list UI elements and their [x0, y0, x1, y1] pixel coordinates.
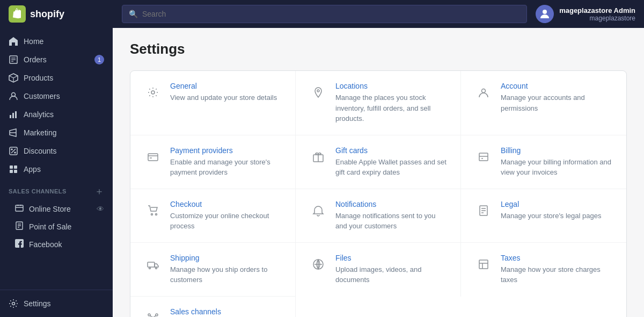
- content-area: Settings General View and update your st…: [113, 28, 644, 317]
- eye-icon[interactable]: 👁: [97, 205, 104, 213]
- account-desc: Manage your accounts and permissions: [501, 93, 585, 112]
- svg-rect-9: [10, 115, 11, 118]
- svg-point-58: [156, 314, 158, 316]
- svg-rect-10: [12, 113, 14, 118]
- sidebar-label-settings: Settings: [24, 299, 51, 308]
- sales-channels-section-header: SALES CHANNELS ＋: [0, 178, 113, 200]
- payment-icon: [143, 147, 163, 167]
- analytics-icon: [9, 110, 18, 119]
- svg-rect-24: [20, 205, 21, 206]
- sidebar-item-facebook[interactable]: Facebook: [0, 235, 113, 253]
- main-layout: Home Orders 1 Products Customers Analy: [0, 28, 644, 317]
- account-content: Account Manage your accounts and permiss…: [501, 82, 613, 113]
- setting-taxes: Taxes Manage how your store charges taxe…: [461, 243, 626, 297]
- billing-content: Billing Manage your billing information …: [501, 146, 613, 178]
- sales-channels-icon: [143, 308, 163, 318]
- files-icon: [309, 255, 328, 274]
- online-store-icon: [15, 204, 24, 214]
- taxes-title[interactable]: Taxes: [501, 254, 613, 262]
- legal-desc: Manage your store's legal pages: [501, 212, 601, 220]
- shipping-desc: Manage how you ship orders to customers: [170, 265, 267, 284]
- setting-legal: Legal Manage your store's legal pages: [461, 189, 626, 243]
- setting-gift-cards: Gift cards Enable Apple Wallet passes an…: [296, 135, 461, 189]
- general-desc: View and update your store details: [170, 93, 277, 102]
- user-store: mageplazastore: [559, 15, 635, 22]
- svg-point-48: [149, 267, 151, 269]
- files-content: Files Upload images, videos, and documen…: [335, 254, 448, 285]
- search-bar[interactable]: 🔍: [122, 5, 527, 23]
- sidebar-label-home: Home: [24, 37, 43, 46]
- legal-icon: [474, 201, 493, 220]
- sales-channels-content: Sales channels Manage the channels you u…: [170, 307, 282, 318]
- sidebar-item-apps[interactable]: Apps: [0, 160, 113, 178]
- sidebar-label-point-of-sale: Point of Sale: [29, 222, 71, 231]
- sidebar-item-orders[interactable]: Orders 1: [0, 51, 113, 69]
- gift-cards-desc: Enable Apple Wallet passes and set gift …: [335, 158, 447, 177]
- sidebar-item-customers[interactable]: Customers: [0, 87, 113, 105]
- setting-general: General View and update your store detai…: [130, 71, 296, 135]
- checkout-title[interactable]: Checkout: [170, 200, 282, 208]
- files-title[interactable]: Files: [335, 254, 448, 262]
- svg-rect-38: [479, 153, 488, 161]
- gift-cards-title[interactable]: Gift cards: [335, 146, 448, 155]
- sidebar-item-online-store[interactable]: Online Store 👁: [0, 200, 113, 218]
- notifications-title[interactable]: Notifications: [335, 200, 448, 208]
- svg-rect-33: [148, 154, 158, 161]
- billing-title[interactable]: Billing: [501, 146, 613, 155]
- setting-sales-channels: Sales channels Manage the channels you u…: [130, 297, 296, 318]
- account-icon: [474, 83, 493, 102]
- search-input[interactable]: [142, 10, 520, 18]
- shipping-title[interactable]: Shipping: [170, 254, 282, 262]
- notifications-content: Notifications Manage notifications sent …: [335, 200, 448, 232]
- svg-rect-21: [16, 205, 23, 211]
- sidebar-label-marketing: Marketing: [24, 128, 56, 137]
- payment-title[interactable]: Payment providers: [170, 146, 282, 155]
- sidebar-item-discounts[interactable]: Discounts: [0, 142, 113, 160]
- setting-files: Files Upload images, videos, and documen…: [296, 243, 461, 297]
- svg-rect-53: [479, 260, 488, 269]
- setting-billing: Billing Manage your billing information …: [461, 135, 626, 189]
- home-icon: [9, 37, 18, 46]
- add-sales-channel-icon[interactable]: ＋: [94, 185, 104, 198]
- sidebar-item-analytics[interactable]: Analytics: [0, 105, 113, 124]
- account-title[interactable]: Account: [501, 82, 613, 90]
- setting-payment-providers: Payment providers Enable and manage your…: [130, 135, 296, 189]
- general-title[interactable]: General: [170, 82, 282, 90]
- billing-desc: Manage your billing information and view…: [501, 158, 611, 177]
- sidebar-item-settings[interactable]: Settings: [0, 294, 113, 313]
- setting-locations: Locations Manage the places you stock in…: [296, 71, 461, 135]
- shopify-logo-icon: [9, 5, 26, 23]
- general-icon: [143, 83, 163, 102]
- gift-cards-content: Gift cards Enable Apple Wallet passes an…: [335, 146, 448, 178]
- user-area: mageplazastore Admin mageplazastore: [536, 5, 635, 23]
- avatar: [536, 5, 554, 23]
- payment-content: Payment providers Enable and manage your…: [170, 146, 282, 178]
- gift-card-icon: [309, 147, 328, 167]
- shipping-icon: [143, 255, 163, 274]
- sales-channels-setting-title[interactable]: Sales channels: [170, 307, 282, 316]
- sales-channels-label: SALES CHANNELS: [9, 188, 67, 194]
- legal-title[interactable]: Legal: [501, 200, 613, 208]
- sidebar: Home Orders 1 Products Customers Analy: [0, 28, 113, 317]
- logo-text: shopify: [30, 9, 64, 20]
- svg-point-57: [148, 314, 150, 316]
- checkout-content: Checkout Customize your online checkout …: [170, 200, 282, 232]
- svg-point-16: [14, 152, 16, 153]
- locations-content: Locations Manage the places you stock in…: [335, 82, 448, 124]
- sidebar-item-point-of-sale[interactable]: Point of Sale: [0, 218, 113, 235]
- customers-icon: [9, 91, 18, 101]
- discounts-icon: [9, 146, 18, 156]
- svg-rect-11: [15, 111, 17, 118]
- sidebar-item-home[interactable]: Home: [0, 32, 113, 51]
- svg-line-6: [9, 76, 13, 78]
- notifications-desc: Manage notifications sent to you and you…: [335, 212, 435, 230]
- sidebar-item-marketing[interactable]: Marketing: [0, 124, 113, 142]
- svg-point-30: [151, 91, 155, 94]
- svg-line-7: [13, 76, 18, 78]
- checkout-desc: Customize your online checkout process: [170, 212, 269, 230]
- sidebar-item-products[interactable]: Products: [0, 69, 113, 87]
- sidebar-label-apps: Apps: [24, 165, 41, 174]
- svg-rect-18: [14, 165, 17, 169]
- search-icon: 🔍: [129, 10, 138, 18]
- locations-title[interactable]: Locations: [335, 82, 448, 90]
